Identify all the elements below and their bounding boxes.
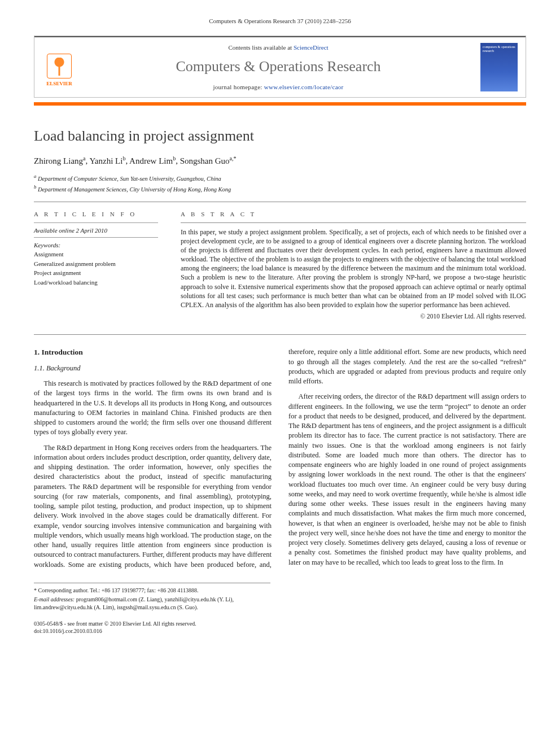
- homepage-line: journal homepage: www.elsevier.com/locat…: [84, 83, 473, 91]
- abstract-label: A B S T R A C T: [181, 210, 526, 219]
- front-matter-line: 0305-0548/$ - see front matter © 2010 El…: [34, 620, 526, 635]
- article-info-label: A R T I C L E I N F O: [34, 210, 158, 219]
- running-head: Computers & Operations Research 37 (2010…: [34, 17, 526, 25]
- author-list: Zhirong Lianga, Yanzhi Lib, Andrew Limb,…: [34, 155, 526, 167]
- author-1: Zhirong Lianga: [34, 156, 86, 165]
- journal-cover-thumbnail: computers & operations research: [480, 43, 518, 91]
- footnotes: * Corresponding author. Tel.: +86 137 19…: [34, 583, 270, 611]
- rule: [34, 202, 526, 202]
- keyword: Load/workload balancing: [34, 278, 158, 287]
- cover-title: computers & operations research: [483, 45, 515, 53]
- heading-background: 1.1. Background: [34, 364, 272, 373]
- affiliation-a: a Department of Computer Science, Sun Ya…: [34, 173, 526, 183]
- affiliations: a Department of Computer Science, Sun Ya…: [34, 173, 526, 194]
- corresponding-author: * Corresponding author. Tel.: +86 137 19…: [34, 587, 270, 595]
- author-2: Yanzhi Lib: [89, 156, 125, 165]
- contents-line: Contents lists available at ScienceDirec…: [84, 43, 473, 52]
- journal-homepage-link[interactable]: www.elsevier.com/locate/caor: [264, 84, 344, 90]
- body-paragraph: This research is motivated by practices …: [34, 379, 272, 438]
- author-3: Andrew Limb: [129, 156, 176, 165]
- info-rule: [34, 237, 158, 238]
- abstract-rule: [181, 222, 526, 223]
- author-4: Songshan Guoa,*: [180, 156, 237, 165]
- abstract-text: In this paper, we study a project assign…: [181, 228, 526, 310]
- orange-rule: [34, 102, 526, 106]
- homepage-prefix: journal homepage:: [213, 84, 264, 90]
- keywords-list: Assignment Generalized assignment proble…: [34, 250, 158, 287]
- email-addresses: E-mail addresses: program806@hotmail.com…: [34, 596, 270, 611]
- affiliation-b: b Department of Management Sciences, Cit…: [34, 184, 526, 194]
- journal-banner: ELSEVIER Contents lists available at Sci…: [34, 36, 526, 98]
- article-title: Load balancing in project assignment: [34, 126, 526, 146]
- elsevier-logo: ELSEVIER: [42, 47, 76, 87]
- journal-name: Computers & Operations Research: [84, 56, 473, 77]
- heading-introduction: 1. Introduction: [34, 347, 272, 358]
- issn-line: 0305-0548/$ - see front matter © 2010 El…: [34, 620, 526, 627]
- elsevier-tree-icon: [47, 54, 72, 78]
- contents-prefix: Contents lists available at: [228, 44, 293, 51]
- keyword: Generalized assignment problem: [34, 259, 158, 269]
- keyword: Assignment: [34, 250, 158, 259]
- abstract-copyright: © 2010 Elsevier Ltd. All rights reserved…: [181, 312, 526, 321]
- doi-line: doi:10.1016/j.cor.2010.03.016: [34, 627, 526, 635]
- keywords-label: Keywords:: [34, 241, 158, 250]
- body-columns: 1. Introduction 1.1. Background This res…: [34, 347, 526, 571]
- info-rule: [34, 222, 158, 223]
- available-online: Available online 2 April 2010: [34, 226, 158, 235]
- elsevier-logo-text: ELSEVIER: [46, 80, 72, 88]
- body-paragraph: After receiving orders, the director of …: [288, 392, 526, 567]
- rule: [34, 334, 526, 335]
- keyword: Project assignment: [34, 268, 158, 278]
- sciencedirect-link[interactable]: ScienceDirect: [294, 44, 329, 51]
